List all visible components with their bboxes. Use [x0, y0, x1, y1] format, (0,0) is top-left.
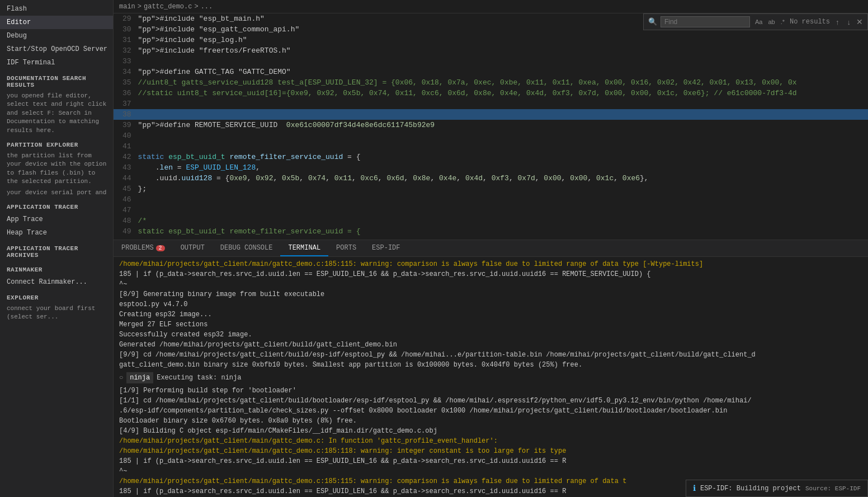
code-line: .len = ESP_UUID_LEN_128, [138, 162, 868, 173]
line-number: 45 [114, 184, 138, 194]
code-container[interactable]: 29"pp">#include "esp_bt_main.h"30"pp">#i… [114, 13, 868, 240]
terminal-line: Bootloader binary size 0x6760 bytes. 0x8… [119, 416, 862, 426]
terminal-line: [8/9] Generating binary image from built… [119, 289, 862, 299]
code-line: }; [138, 184, 868, 194]
terminal-line: [9/9] cd /home/mihai/projects/gatt_clien… [119, 350, 862, 360]
table-row: 31"pp">#include "esp_log.h" [114, 35, 868, 45]
find-next-button[interactable]: ↓ [845, 17, 853, 27]
code-table: 29"pp">#include "esp_bt_main.h"30"pp">#i… [114, 13, 868, 237]
find-case-sensitive-button[interactable]: Aa [753, 18, 764, 26]
terminal-line: ^~ [119, 466, 862, 476]
sidebar-item-debug[interactable]: Debug [0, 29, 113, 43]
code-line [138, 194, 868, 205]
table-row: 42static esp_bt_uuid_t remote_filter_ser… [114, 152, 868, 162]
code-line: static esp_bt_uuid_t remote_filter_servi… [138, 152, 868, 162]
find-close-button[interactable]: ✕ [856, 17, 863, 26]
terminal-output[interactable]: /home/mihai/projects/gatt_client/main/ga… [114, 257, 868, 497]
search-icon: 🔍 [648, 17, 657, 26]
breadcrumb-sep2: > [194, 3, 198, 11]
table-row: 49static esp_bt_uuid_t remote_filter_ser… [114, 226, 868, 237]
panel-tabs: PROBLEMS2 OUTPUT DEBUG CONSOLE TERMINAL … [114, 240, 868, 257]
table-row: 44 .uuid.uuid128 = {0xe9, 0x92, 0x5b, 0x… [114, 173, 868, 184]
code-line [138, 205, 868, 215]
code-line: static esp_bt_uuid_t remote_filter_servi… [138, 226, 868, 237]
line-number: 41 [114, 141, 138, 152]
tab-esp-idf[interactable]: ESP-IDF [364, 241, 408, 256]
code-line: "pp">#define GATTC_TAG "GATTC_DEMO" [138, 67, 868, 77]
line-number: 35 [114, 77, 138, 88]
code-line [138, 99, 868, 109]
terminal-line: 185 | if (p_data->search_res.srvc_id.uui… [119, 269, 862, 279]
table-row: 35//uint8_t gatts_service_uuid128 test_a… [114, 77, 868, 88]
sidebar-header-rainmaker: RAINMAKER [0, 263, 113, 275]
sidebar-item-flash[interactable]: Flash [0, 2, 113, 16]
line-number: 40 [114, 130, 138, 141]
tab-ports[interactable]: PORTS [328, 241, 364, 256]
table-row: 48/* [114, 215, 868, 226]
terminal-line: /home/mihai/projects/gatt_client/main/ga… [119, 446, 862, 456]
table-row: 39"pp">#define REMOTE_SERVICE_UUID 0xe61… [114, 120, 868, 130]
line-number: 29 [114, 13, 138, 24]
sidebar-header-explorer: EXPLORER [0, 291, 113, 303]
find-input[interactable] [661, 16, 750, 27]
sidebar-item-editor[interactable]: Editor [0, 16, 113, 29]
table-row: 33 [114, 56, 868, 67]
breadcrumb: main > gattc_demo.c > ... [114, 0, 868, 13]
main-content: main > gattc_demo.c > ... 🔍 Aa ab .* No … [114, 0, 868, 497]
code-line [138, 130, 868, 141]
code-line: "pp">#include "freertos/FreeRTOS.h" [138, 45, 868, 56]
line-number: 30 [114, 24, 138, 35]
terminal-line: ^~ [119, 279, 862, 289]
line-number: 49 [114, 226, 138, 237]
table-row: 40 [114, 130, 868, 141]
task-box: ninja [126, 372, 153, 383]
sidebar-header-documentation: DOCUMENTATION SEARCH RESULTS [0, 72, 113, 91]
sidebar-item-rainmaker-connect[interactable]: Connect Rainmaker... [0, 275, 113, 289]
line-number: 39 [114, 120, 138, 130]
terminal-panel: PROBLEMS2 OUTPUT DEBUG CONSOLE TERMINAL … [114, 240, 868, 497]
find-prev-button[interactable]: ↑ [833, 17, 842, 27]
code-line: //static uint8_t service_uuid[16]={0xe9,… [138, 88, 868, 99]
tab-problems[interactable]: PROBLEMS2 [114, 241, 173, 256]
sidebar-doc-text: you opened file editor, select text and … [0, 91, 113, 136]
table-row: 34"pp">#define GATTC_TAG "GATTC_DEMO" [114, 67, 868, 77]
find-whole-word-button[interactable]: ab [766, 18, 776, 26]
line-number: 36 [114, 88, 138, 99]
terminal-line: Successfully created esp32 image. [119, 330, 862, 340]
table-row: 41 [114, 141, 868, 152]
sidebar-item-app-trace[interactable]: App Trace [0, 213, 113, 226]
sidebar: Flash Editor Debug Start/Stop OpenOCD Se… [0, 0, 114, 497]
tab-terminal[interactable]: TERMINAL [280, 241, 328, 256]
line-number: 31 [114, 35, 138, 45]
find-options: Aa ab .* [753, 18, 786, 26]
code-line: //uint8_t gatts_service_uuid128 test_a[E… [138, 77, 868, 88]
line-number: 47 [114, 205, 138, 215]
editor-area: 🔍 Aa ab .* No results ↑ ↓ ✕ 29"pp">#incl… [114, 13, 868, 497]
breadcrumb-file[interactable]: gattc_demo.c [144, 3, 192, 11]
sidebar-header-tracer: APPLICATION TRACER [0, 200, 113, 213]
code-line: /* [138, 215, 868, 226]
find-bar: 🔍 Aa ab .* No results ↑ ↓ ✕ [643, 13, 868, 30]
sidebar-header-partition: PARTITION EXPLORER [0, 138, 113, 151]
sidebar-header-tracer-archives: APPLICATION TRACER ARCHIVES [0, 242, 113, 261]
notification-text: ESP-IDF: Building project [700, 485, 801, 493]
sidebar-partition-text: the partition list from your device with… [0, 151, 113, 187]
tab-output[interactable]: OUTPUT [173, 241, 213, 256]
sidebar-device-port-text: your device serial port and [0, 187, 113, 198]
sidebar-item-heap-trace[interactable]: Heap Trace [0, 226, 113, 240]
tab-debug-console[interactable]: DEBUG CONSOLE [213, 241, 281, 256]
table-row: 45}; [114, 184, 868, 194]
find-regex-button[interactable]: .* [779, 18, 786, 26]
sidebar-item-idf-terminal[interactable]: IDF Terminal [0, 56, 113, 69]
terminal-line: .6/esp-idf/components/partition_table/ch… [119, 406, 862, 416]
line-number: 44 [114, 173, 138, 184]
bullet: ○ [119, 373, 123, 383]
sidebar-item-openocd[interactable]: Start/Stop OpenOCD Server [0, 43, 113, 56]
line-number: 42 [114, 152, 138, 162]
terminal-line: Merged 27 ELF sections [119, 320, 862, 330]
line-number: 48 [114, 215, 138, 226]
code-line: .uuid.uuid128 = {0xe9, 0x92, 0x5b, 0x74,… [138, 173, 868, 184]
notification-bar: ℹ ESP-IDF: Building project Source: ESP-… [686, 480, 868, 497]
code-line [138, 109, 868, 120]
code-line: "pp">#include "esp_log.h" [138, 35, 868, 45]
